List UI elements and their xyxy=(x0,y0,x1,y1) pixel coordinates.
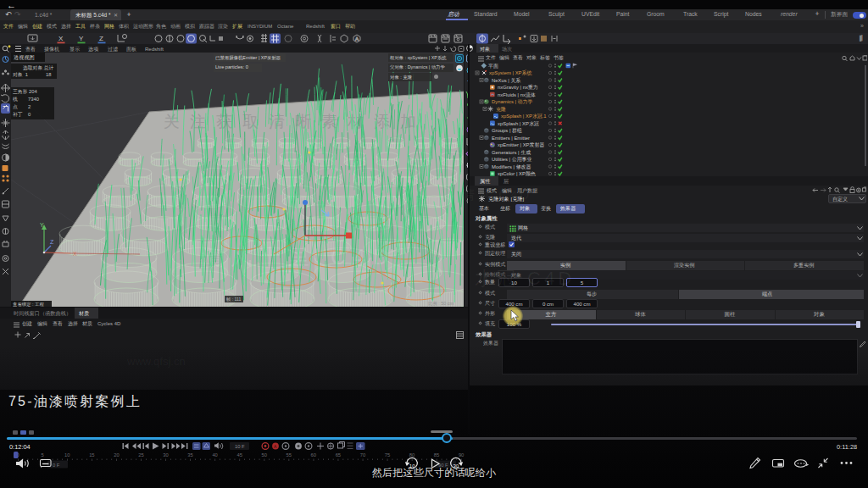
svg-text:Y: Y xyxy=(79,35,84,42)
svg-text:45: 45 xyxy=(236,452,242,458)
svg-text:NeXus | 关系: NeXus | 关系 xyxy=(492,77,520,83)
svg-text:Y: Y xyxy=(40,222,44,228)
svg-text:Dynamics | 动力学: Dynamics | 动力学 xyxy=(492,99,532,104)
svg-text:xpSystem | XP系统: xpSystem | XP系统 xyxy=(489,69,531,76)
svg-text:55: 55 xyxy=(287,452,292,458)
svg-text:75: 75 xyxy=(385,452,390,458)
svg-text:20: 20 xyxy=(114,452,119,458)
svg-text:xpSplash | XP水冠: xpSplash | XP水冠 xyxy=(498,121,539,127)
svg-text:Groups | 群组: Groups | 群组 xyxy=(492,128,522,133)
svg-text:50: 50 xyxy=(262,452,267,458)
svg-text:xpEmitter | XP发射器: xpEmitter | XP发射器 xyxy=(498,141,544,147)
svg-text:xpSplash | XP水冠.1: xpSplash | XP水冠.1 xyxy=(501,114,547,119)
svg-text:35: 35 xyxy=(187,452,192,458)
svg-text:A: A xyxy=(355,36,359,42)
svg-text:Generators | 生成: Generators | 生成 xyxy=(492,150,531,155)
svg-text:10 F: 10 F xyxy=(235,444,245,449)
svg-text:70: 70 xyxy=(360,452,365,458)
svg-text:25: 25 xyxy=(138,452,143,458)
svg-text:60: 60 xyxy=(311,452,316,458)
svg-text:Modifiers | 修改器: Modifiers | 修改器 xyxy=(492,164,531,169)
svg-text:10: 10 xyxy=(64,452,70,458)
svg-text:Z: Z xyxy=(99,35,103,42)
svg-text:nxFluids | nx流体: nxFluids | nx流体 xyxy=(498,92,536,98)
svg-text:15: 15 xyxy=(89,452,94,458)
svg-text:X: X xyxy=(58,35,64,42)
svg-text:nxGravity | nx重力: nxGravity | nx重力 xyxy=(498,84,538,90)
svg-text:5: 5 xyxy=(42,452,44,458)
svg-text:Emitters | Emitter: Emitters | Emitter xyxy=(492,136,530,141)
svg-text:30: 30 xyxy=(163,452,168,458)
svg-text:X: X xyxy=(73,251,77,257)
svg-text:Utilities | 公用事业: Utilities | 公用事业 xyxy=(492,157,531,163)
svg-text:克隆: 克隆 xyxy=(496,106,506,113)
svg-text:65: 65 xyxy=(336,452,341,458)
svg-text:40: 40 xyxy=(212,452,217,458)
svg-text:Z: Z xyxy=(50,239,54,245)
svg-text:平面: 平面 xyxy=(488,64,498,69)
svg-text:0 F: 0 F xyxy=(53,463,60,468)
